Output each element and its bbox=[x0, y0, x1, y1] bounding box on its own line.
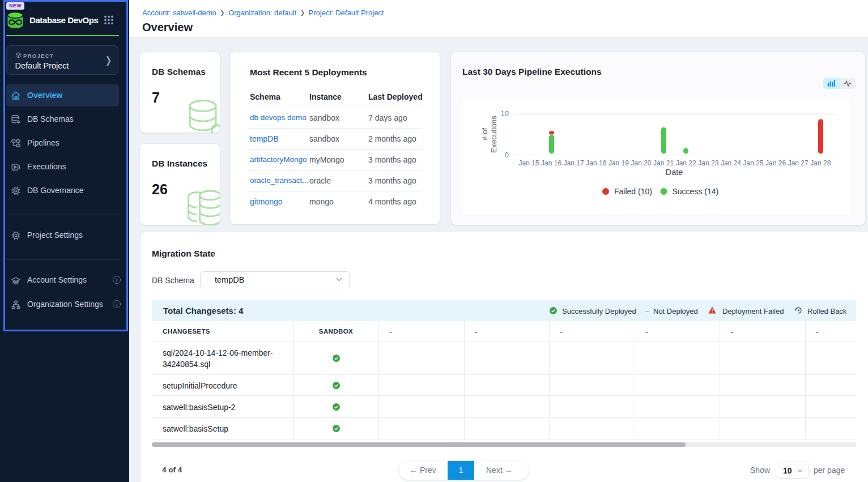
svg-text:10: 10 bbox=[501, 109, 509, 118]
svg-text:Jan 18: Jan 18 bbox=[586, 159, 606, 167]
svg-text:Jan 20: Jan 20 bbox=[631, 159, 651, 167]
svg-text:Jan 27: Jan 27 bbox=[788, 159, 809, 167]
svg-text:Jan 16: Jan 16 bbox=[541, 159, 561, 167]
svg-text:Success (14): Success (14) bbox=[673, 187, 719, 196]
svg-text:Jan 25: Jan 25 bbox=[743, 159, 763, 167]
svg-text:Jan 23: Jan 23 bbox=[698, 159, 718, 167]
svg-text:Executions: Executions bbox=[490, 116, 498, 153]
svg-text:Date: Date bbox=[666, 168, 683, 177]
svg-text:Jan 21: Jan 21 bbox=[653, 159, 674, 167]
svg-text:Jan 26: Jan 26 bbox=[765, 159, 786, 167]
svg-text:Jan 28: Jan 28 bbox=[810, 159, 831, 167]
svg-text:Jan 17: Jan 17 bbox=[564, 159, 584, 167]
svg-text:Jan 24: Jan 24 bbox=[721, 159, 741, 167]
svg-text:Failed (10): Failed (10) bbox=[614, 187, 652, 196]
svg-text:0: 0 bbox=[505, 151, 509, 159]
svg-text:Jan 15: Jan 15 bbox=[518, 159, 539, 167]
svg-text:# of: # of bbox=[480, 127, 489, 140]
svg-text:Jan 22: Jan 22 bbox=[676, 159, 696, 167]
svg-text:Jan 19: Jan 19 bbox=[609, 159, 629, 167]
